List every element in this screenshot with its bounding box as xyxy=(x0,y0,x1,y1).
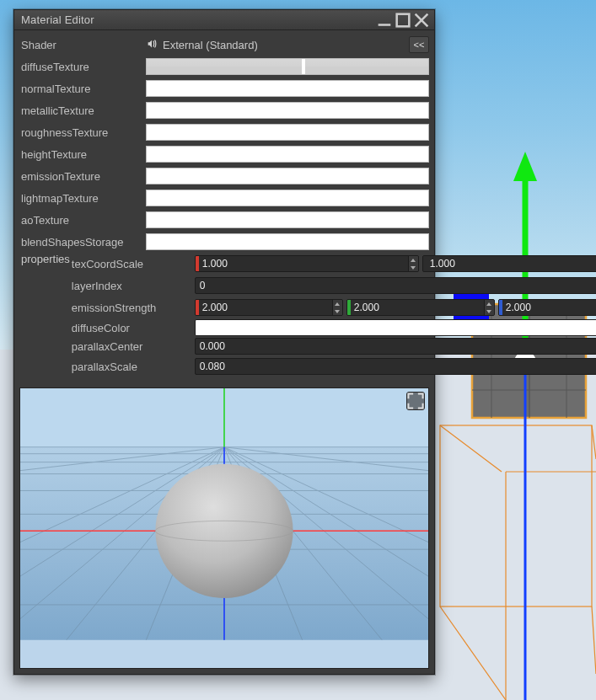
titlebar[interactable]: Material Editor xyxy=(14,10,434,30)
maximize-icon xyxy=(394,11,412,29)
wireframe-bounds xyxy=(440,425,596,700)
row-normaltexture: normalTexture xyxy=(19,77,429,99)
emission-b[interactable] xyxy=(498,299,596,316)
parallaxscale-input[interactable] xyxy=(195,358,596,375)
label-layerindex: layerIndex xyxy=(70,280,195,292)
svg-rect-0 xyxy=(440,425,592,606)
row-emissionstrength: emissionStrength xyxy=(70,297,596,318)
row-diffusecolor: diffuseColor xyxy=(70,318,596,337)
minimize-button[interactable] xyxy=(375,13,394,28)
minimize-icon xyxy=(375,11,394,29)
row-layerindex: layerIndex xyxy=(70,275,596,297)
row-parallaxscale: parallaxScale xyxy=(70,355,596,377)
texslot-heighttexture[interactable] xyxy=(146,146,429,163)
label-lightmaptexture: lightmapTexture xyxy=(19,192,146,205)
svg-marker-24 xyxy=(411,259,416,262)
label-emissionstrength: emissionStrength xyxy=(70,302,195,314)
audio-icon xyxy=(146,38,158,52)
label-heighttexture: heightTexture xyxy=(19,148,146,161)
emission-r-input[interactable] xyxy=(199,300,332,315)
label-blendshapesstorage: blendShapesStorage xyxy=(19,236,146,248)
row-aotexture: aoTexture xyxy=(19,209,429,231)
row-texcoordscale: texCoordScale xyxy=(70,253,596,275)
shader-name[interactable]: External (Standard) xyxy=(163,39,404,51)
preview-expand-button[interactable] xyxy=(406,392,425,410)
row-roughnesstexture: roughnessTexture xyxy=(19,121,429,143)
row-emissiontexture: emissionTexture xyxy=(19,165,429,187)
texcoordscale-y-input[interactable] xyxy=(427,256,596,271)
svg-marker-30 xyxy=(486,302,491,306)
texslot-normaltexture[interactable] xyxy=(146,80,429,97)
row-shader: Shader External (Standard) << xyxy=(19,34,429,56)
emission-b-input[interactable] xyxy=(502,300,596,315)
row-heighttexture: heightTexture xyxy=(19,143,429,165)
shader-back-button[interactable]: << xyxy=(409,36,429,53)
diffusecolor-swatch[interactable] xyxy=(195,319,596,336)
parallaxcenter-input[interactable] xyxy=(195,338,596,355)
spinner-arrows[interactable] xyxy=(484,300,494,315)
material-editor-panel: Material Editor Shader External (Standar… xyxy=(13,9,435,675)
label-parallaxcenter: parallaxCenter xyxy=(70,340,195,353)
svg-line-2 xyxy=(592,425,596,459)
label-parallaxscale: parallaxScale xyxy=(70,361,195,373)
texslot-diffusetexture[interactable] xyxy=(146,58,429,75)
svg-line-1 xyxy=(440,425,502,472)
label-texcoordscale: texCoordScale xyxy=(70,258,195,270)
window-title: Material Editor xyxy=(21,13,94,26)
row-properties: properties texCoordScale xyxy=(19,253,429,377)
svg-rect-21 xyxy=(397,13,410,26)
texcoordscale-x[interactable] xyxy=(195,255,419,272)
label-properties: properties xyxy=(21,253,70,265)
svg-point-60 xyxy=(155,464,293,598)
svg-line-4 xyxy=(592,606,596,674)
svg-marker-29 xyxy=(335,310,340,313)
texslot-emissiontexture[interactable] xyxy=(146,168,429,184)
texslot-lightmaptexture[interactable] xyxy=(146,190,429,206)
spinner-arrows[interactable] xyxy=(332,300,342,315)
close-icon xyxy=(412,11,431,29)
svg-marker-25 xyxy=(411,266,416,270)
texcoordscale-x-input[interactable] xyxy=(199,256,408,271)
row-diffusetexture: diffuseTexture xyxy=(19,56,429,77)
chevron-left-icon: << xyxy=(414,40,425,50)
maximize-button[interactable] xyxy=(394,13,412,28)
row-lightmaptexture: lightmapTexture xyxy=(19,187,429,209)
label-roughnesstexture: roughnessTexture xyxy=(19,126,146,139)
label-aotexture: aoTexture xyxy=(19,214,146,227)
svg-marker-31 xyxy=(486,310,491,313)
label-diffusecolor: diffuseColor xyxy=(70,322,195,334)
emission-r[interactable] xyxy=(195,299,343,316)
layerindex-input[interactable] xyxy=(195,277,596,294)
label-emissiontexture: emissionTexture xyxy=(19,170,146,183)
svg-marker-28 xyxy=(335,302,340,306)
label-metallictexture: metallicTexture xyxy=(19,104,146,117)
material-preview[interactable] xyxy=(19,387,429,669)
svg-marker-16 xyxy=(513,152,537,181)
emission-g-input[interactable] xyxy=(351,300,484,315)
spinner-arrows[interactable] xyxy=(408,256,418,271)
label-diffusetexture: diffuseTexture xyxy=(19,61,146,73)
svg-line-3 xyxy=(440,606,506,700)
label-shader: Shader xyxy=(19,39,146,51)
emission-g[interactable] xyxy=(346,299,495,316)
texcoordscale-y[interactable] xyxy=(422,255,596,272)
texslot-roughnesstexture[interactable] xyxy=(146,124,429,141)
row-metallictexture: metallicTexture xyxy=(19,99,429,121)
texslot-aotexture[interactable] xyxy=(146,211,429,228)
texslot-metallictexture[interactable] xyxy=(146,102,429,119)
row-blendshapesstorage: blendShapesStorage xyxy=(19,231,429,253)
label-normaltexture: normalTexture xyxy=(19,83,146,95)
close-button[interactable] xyxy=(412,13,431,28)
row-parallaxcenter: parallaxCenter xyxy=(70,337,596,355)
preview-render xyxy=(20,388,428,640)
expand-icon xyxy=(407,393,424,409)
property-grid: Shader External (Standard) << diffuseTex… xyxy=(14,30,434,384)
texslot-blendshapesstorage[interactable] xyxy=(146,233,429,250)
